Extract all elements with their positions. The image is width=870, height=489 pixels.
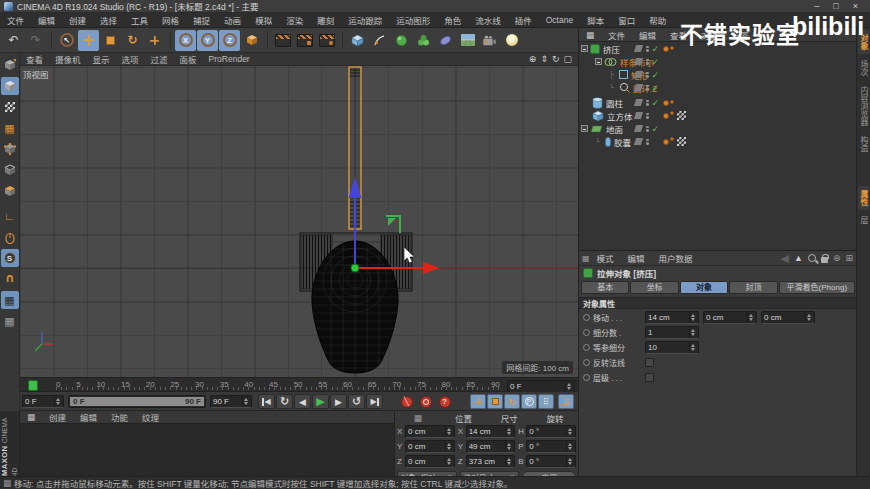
tree-row-cylinder[interactable]: 圆柱 ✓ bbox=[579, 96, 857, 109]
tree-row-floor[interactable]: 地面 ✓ bbox=[579, 122, 857, 135]
enabled-check-icon[interactable]: ✓ bbox=[652, 44, 661, 54]
coordinate-system-button[interactable] bbox=[241, 30, 262, 51]
add-deformer-button[interactable] bbox=[435, 30, 456, 51]
enabled-check-icon[interactable]: ✓ bbox=[652, 70, 661, 80]
layer-chip[interactable] bbox=[634, 84, 643, 91]
movement-y-field[interactable]: 0 cm bbox=[703, 311, 757, 324]
keyframe-dot-icon[interactable] bbox=[583, 344, 590, 351]
tag-icon[interactable] bbox=[670, 111, 674, 115]
last-tool-button[interactable] bbox=[144, 30, 165, 51]
autokeying-button[interactable] bbox=[417, 394, 434, 409]
live-selection-button[interactable]: ↖ bbox=[56, 30, 77, 51]
vp-pan-icon[interactable]: ⊕ bbox=[529, 54, 537, 64]
subdivision-field[interactable]: 1 bbox=[645, 326, 699, 339]
vp-zoom-icon[interactable]: ⇕ bbox=[540, 54, 548, 64]
tab-coordinates[interactable]: 坐标 bbox=[630, 281, 678, 294]
snap-enable-button[interactable]: S bbox=[1, 249, 19, 267]
tree-row-rectangle[interactable]: ├ 矩形 ✓ bbox=[579, 68, 857, 81]
enabled-check-icon[interactable]: ✓ bbox=[652, 57, 661, 67]
object-origin-handle[interactable] bbox=[351, 264, 359, 272]
menu-create[interactable]: 创建 bbox=[62, 14, 93, 26]
menu-mesh[interactable]: 网格 bbox=[155, 14, 186, 26]
close-button[interactable]: × bbox=[853, 1, 858, 12]
movement-x-field[interactable]: 14 cm bbox=[645, 311, 699, 324]
position-z-field[interactable]: 0 cm bbox=[405, 455, 455, 468]
tag-icon[interactable] bbox=[663, 113, 669, 119]
om-menu-objects[interactable]: 对象 bbox=[694, 29, 725, 41]
go-to-previous-key-button[interactable]: ↻ bbox=[276, 394, 293, 409]
visibility-dots[interactable] bbox=[646, 139, 649, 145]
movement-z-field[interactable]: 0 cm bbox=[761, 311, 815, 324]
history-back-icon[interactable]: ◀ bbox=[781, 252, 789, 265]
position-x-field[interactable]: 0 cm bbox=[405, 425, 455, 438]
preview-range-slider[interactable]: 0 F 90 F bbox=[68, 395, 206, 408]
go-to-previous-frame-button[interactable]: ◀ bbox=[294, 394, 311, 409]
panel-menu-icon[interactable]: ▦ bbox=[20, 412, 42, 422]
menu-render[interactable]: 渲染 bbox=[279, 14, 310, 26]
record-active-objects-button[interactable]: ╲ bbox=[398, 394, 415, 409]
layer-chip[interactable] bbox=[634, 125, 643, 132]
lock-y-axis-button[interactable]: Y bbox=[197, 30, 218, 51]
edges-mode-button[interactable] bbox=[1, 161, 19, 179]
visibility-dots[interactable] bbox=[646, 85, 649, 91]
lock-icon[interactable] bbox=[821, 257, 828, 263]
tree-row-spline-boolean[interactable]: 样条布尔 ✓ bbox=[579, 55, 857, 68]
menu-octane[interactable]: Octane bbox=[539, 15, 580, 25]
timeline-ruler[interactable]: 05 1015 2025 3035 4045 5055 6065 7075 80… bbox=[20, 377, 578, 392]
menu-tools[interactable]: 工具 bbox=[124, 14, 155, 26]
mat-menu-texture[interactable]: 纹理 bbox=[135, 411, 166, 423]
record-pla-toggle[interactable]: ⠿ bbox=[538, 394, 554, 409]
menu-character[interactable]: 角色 bbox=[437, 14, 468, 26]
end-frame-field[interactable]: 90 F bbox=[210, 395, 252, 408]
add-primitive-button[interactable] bbox=[347, 30, 368, 51]
mat-menu-function[interactable]: 功能 bbox=[104, 411, 135, 423]
size-z-field[interactable]: 373 cm bbox=[466, 455, 516, 468]
tree-row-circle[interactable]: └ 圆环.2 ✓ bbox=[579, 81, 857, 94]
render-to-picture-viewer-button[interactable] bbox=[294, 30, 315, 51]
record-rotation-toggle[interactable]: ↻ bbox=[504, 394, 520, 409]
mat-menu-create[interactable]: 创建 bbox=[42, 411, 73, 423]
tag-icon[interactable] bbox=[663, 139, 669, 145]
om-menu-edit[interactable]: 编辑 bbox=[632, 29, 663, 41]
vp-menu-view[interactable]: 查看 bbox=[20, 53, 49, 65]
visibility-dots[interactable] bbox=[646, 126, 649, 132]
lock-x-axis-button[interactable]: X bbox=[175, 30, 196, 51]
mat-menu-edit[interactable]: 编辑 bbox=[73, 411, 104, 423]
side-tab-layers[interactable]: 层 bbox=[858, 212, 869, 228]
position-y-field[interactable]: 0 cm bbox=[405, 440, 455, 453]
om-menu-view[interactable]: 查看 bbox=[663, 29, 694, 41]
size-y-field[interactable]: 49 cm bbox=[466, 440, 516, 453]
enabled-check-icon[interactable]: ✓ bbox=[652, 98, 661, 108]
expand-toggle[interactable] bbox=[595, 58, 602, 65]
vp-menu-filter[interactable]: 过滤 bbox=[145, 53, 174, 65]
make-editable-button[interactable] bbox=[1, 56, 19, 74]
frame-field[interactable]: 0 F bbox=[22, 395, 64, 408]
texture-tag-icon[interactable] bbox=[677, 137, 686, 146]
am-menu-userdata[interactable]: 用户数据 bbox=[652, 252, 700, 264]
rotation-b-field[interactable]: 0 ° bbox=[526, 455, 576, 468]
viewport-canvas[interactable]: 顶视图 网格间距: 100 cm bbox=[20, 66, 578, 377]
animation-palette-button[interactable]: ≣ bbox=[558, 394, 574, 409]
tree-row-cube[interactable]: 立方体 bbox=[579, 109, 857, 122]
go-to-next-key-button[interactable]: ↺ bbox=[348, 394, 365, 409]
visibility-dots[interactable] bbox=[646, 59, 649, 65]
rotate-tool-button[interactable]: ↻ bbox=[122, 30, 143, 51]
x-axis-handle[interactable] bbox=[359, 262, 578, 274]
model-mode-button[interactable] bbox=[1, 77, 19, 95]
om-menu-file[interactable]: 文件 bbox=[601, 29, 632, 41]
tree-row-capsule[interactable]: └ 胶囊 bbox=[579, 135, 857, 148]
menu-help[interactable]: 帮助 bbox=[642, 14, 673, 26]
vp-maximize-icon[interactable]: ▢ bbox=[563, 54, 572, 64]
side-tab-structure[interactable]: 构造 bbox=[858, 132, 869, 156]
iso-subdivision-field[interactable]: 10 bbox=[645, 341, 699, 354]
viewport-solo-button[interactable] bbox=[1, 228, 19, 246]
record-position-toggle[interactable] bbox=[470, 394, 486, 409]
render-settings-button[interactable] bbox=[316, 30, 337, 51]
vp-menu-display[interactable]: 显示 bbox=[87, 53, 116, 65]
menu-plugins[interactable]: 插件 bbox=[508, 14, 539, 26]
add-camera-button[interactable] bbox=[479, 30, 500, 51]
workplane-mode-button[interactable]: ▦ bbox=[1, 119, 19, 137]
visibility-dots[interactable] bbox=[646, 72, 649, 78]
redo-button[interactable]: ↷ bbox=[25, 30, 46, 51]
tag-icon[interactable] bbox=[670, 100, 674, 104]
